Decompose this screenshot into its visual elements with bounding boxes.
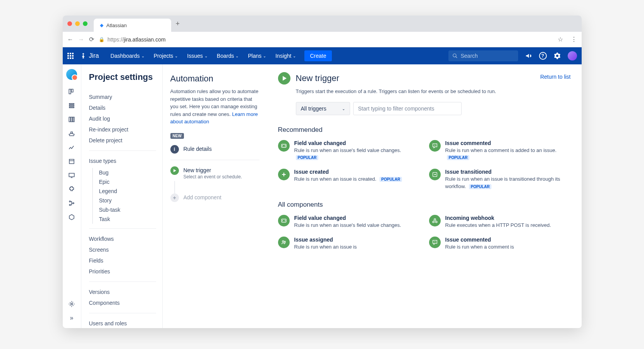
settings-sidebar: Project settings Summary Details Audit l… (81, 64, 163, 328)
sidebar-components[interactable]: Components (89, 297, 162, 308)
app-switcher-button[interactable] (67, 53, 74, 59)
nav-issues[interactable]: Issues⌄ (183, 50, 211, 61)
chevron-down-icon: ⌄ (204, 54, 208, 58)
issue-type-epic[interactable]: Epic (99, 177, 162, 187)
nav-boards[interactable]: Boards⌄ (213, 50, 242, 61)
sidebar-priorities[interactable]: Priorities (89, 266, 162, 277)
info-icon: i (170, 145, 179, 154)
rail-collapse-icon[interactable]: » (66, 313, 77, 323)
sidebar-fields[interactable]: Fields (89, 255, 162, 266)
issue-type-bug[interactable]: Bug (99, 168, 162, 177)
plus-icon (278, 169, 290, 180)
search-icon (452, 53, 458, 59)
trigger-card[interactable]: Issue commented Rule is run when a comme… (429, 237, 571, 251)
trigger-card[interactable]: Issue assigned Rule is run when an issue… (278, 237, 420, 251)
sidebar-summary[interactable]: Summary (89, 92, 162, 102)
rail-board-icon[interactable] (66, 86, 77, 97)
browser-window: ◆ Atlassian + ← → ⟳ 🔒 https://jira.atlas… (63, 16, 582, 328)
trigger-card[interactable]: Field value changed Rule is run when an … (278, 215, 420, 229)
issue-types-header: Issue types (89, 155, 162, 166)
forward-button[interactable]: → (78, 36, 84, 43)
new-tab-button[interactable]: + (176, 20, 180, 28)
sidebar-audit-log[interactable]: Audit log (89, 113, 162, 124)
profile-avatar[interactable] (568, 51, 577, 60)
reload-button[interactable]: ⟳ (89, 36, 94, 43)
project-avatar[interactable] (66, 69, 77, 80)
sidebar-screens[interactable]: Screens (89, 244, 162, 255)
jira-logo[interactable]: Jira (80, 52, 99, 59)
field-icon (278, 140, 290, 152)
issue-type-subtask[interactable]: Sub-task (99, 205, 162, 214)
jira-nav: Jira Dashboards⌄ Projects⌄ Issues⌄ Board… (63, 47, 582, 64)
url-field[interactable]: 🔒 https://jira.atlassian.com (99, 36, 553, 43)
trigger-card[interactable]: Incoming webhook Rule executes when a HT… (429, 215, 571, 229)
rule-details-step[interactable]: i Rule details (170, 145, 259, 154)
sidebar-users-roles[interactable]: Users and roles (89, 318, 162, 328)
rail-addon-icon[interactable] (66, 184, 77, 195)
trigger-card[interactable]: Field value changed Rule is run when an … (278, 140, 420, 161)
trigger-card-description: Rule executes when a HTTP POST is receiv… (445, 222, 571, 229)
issue-type-story[interactable]: Story (99, 196, 162, 205)
nav-dashboards[interactable]: Dashboards⌄ (106, 50, 148, 61)
sidebar-details[interactable]: Details (89, 102, 162, 113)
trigger-card[interactable]: Issue created Rule is run when an issue … (278, 169, 420, 190)
svg-rect-6 (69, 107, 74, 108)
popular-badge: POPULAR (469, 184, 492, 189)
svg-point-16 (73, 203, 74, 204)
rail-monitor-icon[interactable] (66, 170, 77, 181)
jira-icon (80, 52, 87, 59)
trigger-filter-input[interactable] (353, 102, 462, 115)
browser-menu-button[interactable]: ⋮ (571, 36, 577, 43)
rail-ship-icon[interactable] (66, 128, 77, 139)
field-icon (278, 215, 290, 226)
issue-type-task[interactable]: Task (99, 214, 162, 224)
chevron-down-icon: ⌄ (235, 54, 239, 58)
sidebar-reindex[interactable]: Re-index project (89, 124, 162, 135)
svg-rect-8 (71, 117, 73, 122)
divider (89, 228, 156, 229)
bookmark-button[interactable]: ☆ (558, 36, 563, 43)
nav-insight[interactable]: Insight⌄ (271, 50, 300, 61)
nav-plans[interactable]: Plans⌄ (244, 50, 270, 61)
new-trigger-step[interactable]: New trigger Select an event or schedule. (170, 166, 259, 180)
popular-badge: POPULAR (380, 177, 402, 182)
settings-button[interactable] (554, 52, 561, 59)
app-body: » Project settings Summary Details Audit… (63, 64, 582, 328)
svg-point-15 (69, 204, 70, 206)
trigger-card-title: Issue commented (445, 140, 571, 146)
create-button[interactable]: Create (304, 50, 331, 61)
recommended-header: Recommended (278, 126, 571, 134)
divider (89, 282, 156, 282)
announce-icon[interactable] (525, 52, 532, 59)
trigger-card-title: Field value changed (294, 140, 420, 146)
nav-projects[interactable]: Projects⌄ (150, 50, 182, 61)
search-input[interactable]: Search (448, 50, 518, 61)
rail-columns-icon[interactable] (66, 114, 77, 125)
issue-type-legend[interactable]: Legend (99, 187, 162, 196)
rail-settings-icon[interactable] (66, 299, 77, 309)
sidebar-delete-project[interactable]: Delete project (89, 135, 162, 146)
add-component-step[interactable]: + Add component (170, 194, 259, 202)
rail-backlog-icon[interactable] (66, 100, 77, 111)
rail-reports-icon[interactable] (66, 142, 77, 153)
webhook-icon (429, 215, 441, 226)
rail-calendar-icon[interactable] (66, 156, 77, 167)
rail-tree-icon[interactable] (66, 198, 77, 209)
popular-badge: POPULAR (447, 155, 470, 160)
browser-tab[interactable]: ◆ Atlassian (94, 19, 171, 32)
maximize-window-button[interactable] (83, 21, 88, 26)
assigned-icon (278, 237, 290, 248)
minimize-window-button[interactable] (75, 21, 80, 26)
close-window-button[interactable] (67, 21, 72, 26)
sidebar-versions[interactable]: Versions (89, 287, 162, 297)
help-button[interactable]: ? (539, 52, 547, 60)
gear-icon (554, 52, 561, 59)
automation-description: Automation rules allow you to automate r… (170, 88, 259, 126)
return-to-list-link[interactable]: Return to list (540, 74, 571, 80)
rail-hex-icon[interactable] (66, 212, 77, 223)
sidebar-workflows[interactable]: Workflows (89, 233, 162, 244)
trigger-card[interactable]: Issue transitioned Rule is run when an i… (429, 169, 571, 190)
trigger-card[interactable]: Issue commented Rule is run when a comme… (429, 140, 571, 161)
trigger-category-dropdown[interactable]: All triggers ⌄ (296, 102, 350, 115)
back-button[interactable]: ← (67, 36, 74, 43)
